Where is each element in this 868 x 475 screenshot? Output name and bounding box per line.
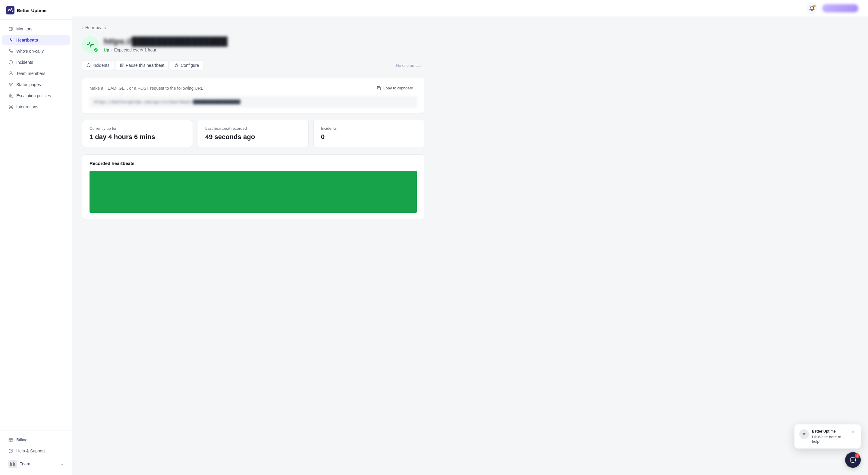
status-up-text: Up bbox=[104, 47, 110, 53]
sidebar-label-status-pages: Status pages bbox=[16, 82, 41, 87]
chat-popup: Better Uptime Hi! We're here to help! × bbox=[795, 425, 861, 448]
sidebar-label-escalation-policies: Escalation policies bbox=[16, 93, 51, 98]
stat-last-heartbeat-label: Last heartbeat recorded bbox=[205, 126, 301, 131]
breadcrumb-heartbeats-link[interactable]: Heartbeats bbox=[85, 25, 106, 30]
svg-point-23 bbox=[10, 452, 11, 452]
copy-to-clipboard-label: Copy to clipboard bbox=[383, 86, 413, 90]
heartbeats-chart bbox=[90, 171, 417, 213]
monitor-pulse-icon bbox=[86, 40, 95, 49]
svg-rect-25 bbox=[11, 463, 12, 466]
copy-to-clipboard-button[interactable]: Copy to clipboard bbox=[373, 84, 417, 92]
svg-line-16 bbox=[11, 106, 12, 107]
svg-line-15 bbox=[10, 106, 10, 107]
monitor-title-area: https://████████████████ Up · Expected e… bbox=[104, 37, 227, 53]
sidebar-label-incidents: Incidents bbox=[16, 60, 33, 65]
subtitle-divider: · bbox=[111, 47, 113, 53]
incidents-shield-icon bbox=[87, 63, 91, 67]
incidents-tab-button[interactable]: Incidents bbox=[82, 60, 114, 70]
svg-rect-9 bbox=[9, 97, 13, 98]
sidebar-label-team-members: Team members bbox=[16, 71, 45, 76]
stat-card-uptime: Currently up for 1 day 4 hours 6 mins bbox=[82, 120, 193, 147]
pause-icon bbox=[120, 63, 124, 67]
sidebar-nav: Monitors Heartbeats Who's on-call? Incid… bbox=[0, 20, 72, 430]
sidebar-item-incidents[interactable]: Incidents bbox=[2, 57, 70, 68]
chat-fab-icon bbox=[849, 456, 856, 463]
chat-close-button[interactable]: × bbox=[850, 429, 856, 435]
svg-rect-24 bbox=[10, 462, 11, 466]
team-avatar-icon bbox=[10, 462, 16, 466]
notification-dot bbox=[813, 5, 815, 7]
url-card: Make a HEAD, GET, or a POST request to t… bbox=[82, 78, 424, 114]
stat-incidents-value: 0 bbox=[321, 133, 417, 141]
phone-icon bbox=[8, 49, 13, 54]
logo-area[interactable]: Better Uptime bbox=[0, 0, 72, 20]
sidebar-item-team-members[interactable]: Team members bbox=[2, 68, 70, 79]
svg-rect-29 bbox=[122, 64, 123, 67]
sidebar-item-monitors[interactable]: Monitors bbox=[2, 24, 70, 34]
svg-rect-8 bbox=[9, 95, 11, 96]
person-icon bbox=[8, 71, 13, 76]
recorded-heartbeats-title: Recorded heartbeats bbox=[90, 161, 417, 166]
sidebar-item-integrations[interactable]: Integrations bbox=[2, 101, 70, 112]
sidebar-bottom: Billing Help & Support Team ⌄ bbox=[0, 430, 72, 475]
main-content: ‹ Heartbeats https://████████████████ Up bbox=[72, 0, 868, 475]
svg-point-32 bbox=[802, 432, 807, 437]
user-account-pill[interactable] bbox=[822, 4, 858, 12]
chevron-down-icon: ⌄ bbox=[61, 462, 64, 466]
sidebar-label-integrations: Integrations bbox=[16, 104, 38, 109]
escalation-icon bbox=[8, 93, 13, 98]
copy-icon bbox=[377, 86, 381, 90]
svg-rect-31 bbox=[378, 87, 380, 90]
chat-message: Hi! We're here to help! bbox=[812, 435, 847, 444]
status-up-badge bbox=[93, 47, 98, 53]
url-card-description: Make a HEAD, GET, or a POST request to t… bbox=[90, 86, 203, 91]
svg-rect-28 bbox=[121, 64, 121, 67]
svg-rect-26 bbox=[13, 462, 14, 466]
check-icon bbox=[95, 49, 97, 51]
wifi-icon bbox=[8, 82, 13, 87]
chat-fab-button[interactable]: 1 bbox=[845, 452, 861, 468]
monitor-header: https://████████████████ Up · Expected e… bbox=[82, 36, 424, 53]
help-icon bbox=[8, 448, 13, 453]
sidebar-item-whos-on-call[interactable]: Who's on-call? bbox=[2, 46, 70, 57]
sidebar-label-billing: Billing bbox=[16, 437, 27, 442]
notifications-button[interactable] bbox=[807, 3, 817, 14]
stat-card-incidents: Incidents 0 bbox=[313, 120, 424, 147]
globe-icon bbox=[8, 27, 13, 31]
svg-rect-19 bbox=[9, 439, 13, 441]
chat-content: Better Uptime Hi! We're here to help! bbox=[812, 429, 847, 444]
pause-heartbeat-button[interactable]: Pause this heartbeat bbox=[115, 60, 169, 70]
sidebar-item-help-support[interactable]: Help & Support bbox=[2, 445, 70, 456]
stat-uptime-value: 1 day 4 hours 6 mins bbox=[90, 133, 185, 141]
no-oncall-text: No one on-call bbox=[393, 61, 424, 70]
sidebar-item-heartbeats[interactable]: Heartbeats bbox=[2, 35, 70, 45]
breadcrumb: ‹ Heartbeats bbox=[82, 25, 424, 30]
stat-uptime-label: Currently up for bbox=[90, 126, 185, 131]
heartbeat-url-field: https://betteruptime.com/api/v1/heartbea… bbox=[90, 96, 417, 107]
sidebar-item-status-pages[interactable]: Status pages bbox=[2, 79, 70, 90]
pause-heartbeat-label: Pause this heartbeat bbox=[126, 63, 164, 68]
action-tabs-left: Incidents Pause this heartbeat Configure bbox=[82, 60, 204, 70]
billing-icon bbox=[8, 437, 13, 442]
topbar bbox=[72, 0, 868, 17]
team-section[interactable]: Team ⌄ bbox=[2, 456, 70, 471]
url-card-header: Make a HEAD, GET, or a POST request to t… bbox=[90, 84, 417, 92]
page-content: ‹ Heartbeats https://████████████████ Up bbox=[72, 17, 434, 234]
recorded-heartbeats-card: Recorded heartbeats bbox=[82, 155, 424, 219]
monitor-subtitle: Up · Expected every 1 hour bbox=[104, 47, 227, 53]
stat-last-heartbeat-value: 49 seconds ago bbox=[205, 133, 301, 141]
svg-rect-27 bbox=[14, 463, 16, 466]
configure-button[interactable]: Configure bbox=[170, 60, 204, 70]
sidebar-item-escalation-policies[interactable]: Escalation policies bbox=[2, 90, 70, 101]
monitor-icon-wrapper bbox=[82, 36, 99, 53]
chat-fab-badge: 1 bbox=[855, 453, 860, 458]
sidebar-item-billing[interactable]: Billing bbox=[2, 434, 70, 445]
sidebar: Better Uptime Monitors Heartbeats Who's … bbox=[0, 0, 72, 475]
stat-incidents-label: Incidents bbox=[321, 126, 417, 131]
sidebar-label-whos-on-call: Who's on-call? bbox=[16, 49, 44, 54]
integrations-icon bbox=[8, 104, 13, 109]
chat-brand-name: Better Uptime bbox=[812, 429, 847, 434]
svg-line-17 bbox=[10, 107, 10, 108]
svg-point-5 bbox=[10, 72, 12, 73]
chat-widget: Better Uptime Hi! We're here to help! × … bbox=[795, 425, 861, 468]
